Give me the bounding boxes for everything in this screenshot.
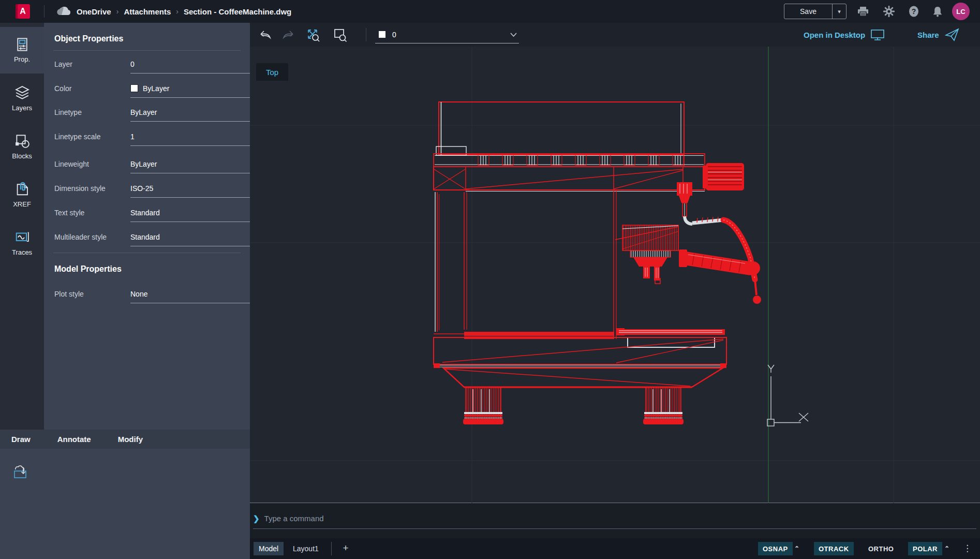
cloud-download-icon bbox=[12, 464, 31, 481]
layer-color-swatch bbox=[378, 31, 386, 38]
breadcrumb: OneDrive › Attachments › Section - Coffe… bbox=[56, 0, 291, 23]
warming-tray-band bbox=[434, 154, 705, 167]
tab-model[interactable]: Model bbox=[254, 542, 284, 555]
tab-modify[interactable]: Modify bbox=[118, 435, 143, 444]
property-row-multileader-style: Multileader style Standard bbox=[44, 227, 250, 247]
sidebar-item-properties[interactable]: Prop. bbox=[0, 27, 44, 73]
print-button[interactable] bbox=[857, 5, 869, 18]
portafilter-assembly bbox=[630, 251, 671, 284]
tab-layout1[interactable]: Layout1 bbox=[288, 542, 324, 555]
osnap-toggle[interactable]: OSNAP bbox=[758, 542, 793, 555]
status-bar: Model Layout1 + OSNAP ⌃ OTRACK ORTHO POL… bbox=[250, 538, 980, 559]
command-input[interactable]: ❯ Type a command bbox=[253, 508, 976, 529]
property-row-lineweight: Lineweight ByLayer bbox=[44, 154, 250, 174]
chevron-down-icon bbox=[510, 33, 517, 37]
property-label: Multileader style bbox=[54, 233, 107, 241]
property-value: 0 bbox=[130, 60, 135, 68]
property-label: Layer bbox=[54, 60, 72, 68]
divider bbox=[331, 542, 332, 555]
undo-icon bbox=[259, 30, 272, 40]
share-button[interactable]: Share bbox=[917, 23, 960, 47]
status-overflow-menu[interactable]: ⋮ bbox=[963, 542, 972, 555]
right-foot bbox=[643, 387, 684, 424]
model-properties-title: Model Properties bbox=[54, 264, 122, 274]
boiler-hatched-box bbox=[615, 225, 678, 251]
property-value: None bbox=[130, 290, 147, 298]
command-line-area: ❯ Type a command bbox=[250, 503, 980, 538]
ortho-toggle[interactable]: ORTHO bbox=[864, 542, 898, 555]
polar-chevron-up[interactable]: ⌃ bbox=[944, 542, 949, 555]
sidebar-item-label: Blocks bbox=[12, 152, 32, 160]
printer-icon bbox=[857, 6, 869, 17]
paper-plane-icon bbox=[944, 28, 960, 41]
redo-button[interactable] bbox=[280, 27, 296, 42]
breadcrumb-file: Section - CoffeeMachine.dwg bbox=[184, 7, 291, 16]
property-label: Lineweight bbox=[54, 160, 89, 168]
layers-icon bbox=[14, 85, 30, 100]
object-properties-title: Object Properties bbox=[54, 34, 123, 43]
sidebar-item-xref[interactable]: XREF bbox=[0, 171, 44, 218]
current-layer-dropdown[interactable]: 0 bbox=[375, 26, 519, 43]
property-label: Plot style bbox=[54, 290, 84, 298]
help-button[interactable]: ? bbox=[908, 5, 920, 18]
osnap-chevron-up[interactable]: ⌃ bbox=[794, 542, 799, 555]
layer-value: 0 bbox=[392, 31, 396, 39]
undo-button[interactable] bbox=[257, 27, 274, 42]
property-label: Color bbox=[54, 84, 71, 93]
view-cube-label[interactable]: Top bbox=[256, 63, 288, 81]
onedrive-cloud-icon bbox=[56, 6, 71, 17]
xref-paperclip-icon bbox=[14, 181, 30, 197]
property-label: Linetype scale bbox=[54, 133, 101, 141]
redo-icon bbox=[281, 30, 295, 40]
zoom-extents-button[interactable] bbox=[305, 27, 321, 42]
upper-body-box bbox=[434, 167, 705, 192]
property-value: Standard bbox=[130, 209, 160, 217]
desktop-monitor-icon bbox=[870, 28, 885, 41]
drawing-canvas[interactable]: Top bbox=[250, 47, 980, 503]
settings-button[interactable] bbox=[883, 5, 895, 18]
autocad-logo-icon[interactable]: A bbox=[16, 4, 30, 19]
top-bar: A OneDrive › Attachments › Section - Cof… bbox=[0, 0, 980, 23]
bell-icon bbox=[932, 6, 943, 18]
property-row-text-style: Text style Standard bbox=[44, 202, 250, 223]
breadcrumb-root[interactable]: OneDrive bbox=[77, 7, 111, 16]
breadcrumb-folder[interactable]: Attachments bbox=[124, 7, 171, 16]
tab-draw[interactable]: Draw bbox=[11, 435, 31, 444]
command-prompt-icon: ❯ bbox=[253, 514, 260, 523]
save-button[interactable]: Save bbox=[784, 4, 832, 19]
property-row-layer: Layer 0 bbox=[44, 54, 250, 75]
coffee-machine-section-drawing bbox=[250, 47, 980, 503]
property-label: Text style bbox=[54, 209, 84, 217]
traces-icon bbox=[14, 229, 30, 245]
section-divider bbox=[53, 50, 241, 51]
property-value: 1 bbox=[130, 133, 135, 141]
left-foot bbox=[463, 387, 503, 424]
color-swatch bbox=[130, 84, 138, 92]
open-in-desktop-button[interactable]: Open in Desktop bbox=[804, 23, 885, 47]
insert-from-cloud-button[interactable] bbox=[12, 464, 31, 481]
sidebar-item-label: Traces bbox=[12, 248, 32, 256]
breadcrumb-separator: › bbox=[116, 7, 119, 16]
sidebar-item-traces[interactable]: Traces bbox=[0, 219, 44, 266]
property-value: ByLayer bbox=[130, 160, 157, 168]
add-layout-button[interactable]: + bbox=[339, 541, 352, 555]
tab-annotate[interactable]: Annotate bbox=[57, 435, 91, 444]
sidebar-item-layers[interactable]: Layers bbox=[0, 75, 44, 122]
zoom-window-button[interactable] bbox=[332, 27, 348, 42]
property-label: Linetype bbox=[54, 108, 82, 116]
polar-toggle[interactable]: POLAR bbox=[908, 542, 942, 555]
user-avatar[interactable]: LC bbox=[952, 3, 970, 20]
properties-panel: Object Properties Layer 0 Color ByLayer … bbox=[44, 23, 250, 430]
otrack-toggle[interactable]: OTRACK bbox=[814, 542, 854, 555]
property-row-linetype: Linetype ByLayer bbox=[44, 102, 250, 123]
save-dropdown-button[interactable]: ▾ bbox=[832, 4, 846, 19]
sidebar-item-blocks[interactable]: Blocks bbox=[0, 123, 44, 170]
notifications-button[interactable] bbox=[931, 5, 944, 18]
tool-tabs-bar: Draw Annotate Modify bbox=[0, 430, 250, 449]
ucs-axis-icon bbox=[767, 365, 808, 426]
svg-text:?: ? bbox=[912, 7, 916, 16]
divider bbox=[44, 5, 44, 18]
share-label: Share bbox=[917, 31, 939, 39]
sidebar-item-label: Prop. bbox=[14, 55, 30, 63]
sidebar-item-label: XREF bbox=[13, 200, 31, 208]
